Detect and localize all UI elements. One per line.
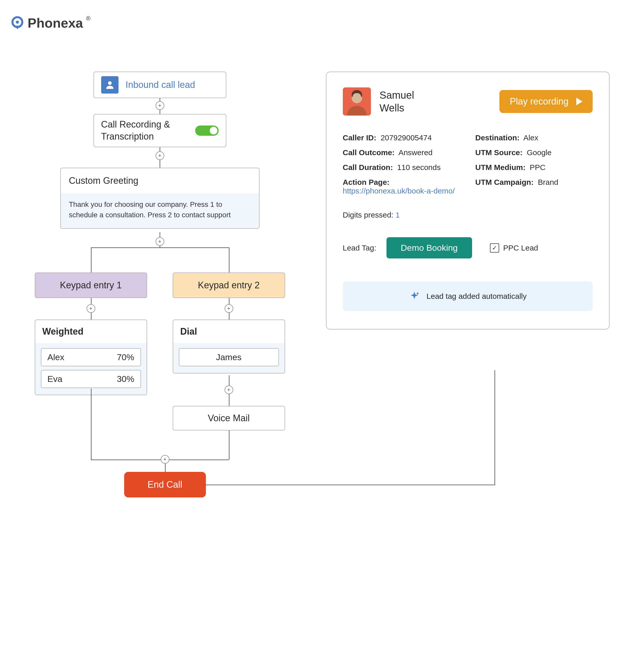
detail-utm-campaign: UTM Campaign: Brand [475, 178, 593, 187]
node-title: Dial [173, 320, 285, 343]
action-page-link[interactable]: https://phonexa.uk/book-a-demo/ [343, 187, 455, 195]
details-right-column: Destination: Alex UTM Source: Google UTM… [475, 134, 593, 195]
weighted-pct: 30% [117, 374, 134, 384]
add-step-icon[interactable]: + [156, 151, 164, 160]
weighted-body: Alex 70% Eva 30% [35, 343, 147, 395]
node-label: Voice Mail [208, 413, 249, 423]
logo: Phonexa ® [5, 15, 639, 31]
detail-call-duration: Call Duration: 110 seconds [343, 163, 460, 172]
detail-utm-medium: UTM Medium: PPC [475, 163, 593, 172]
connector [229, 248, 229, 273]
detail-caller-id: Caller ID: 207929005474 [343, 134, 460, 142]
toggle-on-icon[interactable] [195, 126, 219, 136]
auto-tag-banner: Lead tag added automatically [343, 281, 593, 311]
call-flow: Inbound call lead + Call Recording & Tra… [35, 72, 285, 506]
weighted-name: Eva [48, 374, 63, 384]
add-step-icon[interactable]: + [156, 101, 164, 110]
connector [91, 460, 229, 460]
node-keypad-entry-2[interactable]: Keypad entry 2 [173, 273, 285, 298]
dial-name: James [179, 348, 279, 366]
node-voice-mail[interactable]: Voice Mail [173, 406, 285, 430]
svg-point-2 [108, 81, 112, 85]
node-weighted[interactable]: Weighted Alex 70% Eva 30% [35, 319, 147, 395]
add-step-icon[interactable]: + [224, 304, 233, 313]
lead-name: Samuel Wells [379, 89, 414, 114]
node-keypad-entry-1[interactable]: Keypad entry 1 [35, 273, 147, 298]
node-dial[interactable]: Dial James [173, 319, 285, 374]
greeting-text: Thank you for choosing our company. Pres… [61, 193, 259, 228]
lead-tag-label: Lead Tag: [343, 244, 376, 252]
add-step-icon[interactable]: + [87, 304, 95, 313]
lead-detail-panel: Samuel Wells Play recording Caller ID: 2… [326, 72, 609, 329]
node-label: Inbound call lead [126, 79, 195, 90]
ppc-lead-checkbox[interactable]: ✓ PPC Lead [490, 243, 538, 253]
play-label: Play recording [510, 96, 568, 107]
weighted-name: Alex [48, 352, 64, 362]
node-title: Weighted [35, 320, 147, 343]
lead-name-first: Samuel [379, 89, 414, 101]
logo-icon [10, 16, 25, 30]
detail-destination: Destination: Alex [475, 134, 593, 142]
digits-pressed: Digits pressed: 1 [343, 211, 593, 219]
add-step-icon[interactable]: + [161, 455, 169, 464]
lead-details: Caller ID: 207929005474 Call Outcome: An… [343, 134, 593, 195]
ppc-lead-label: PPC Lead [503, 244, 538, 252]
connector [91, 248, 229, 248]
detail-utm-source: UTM Source: Google [475, 148, 593, 157]
logo-text: Phonexa [28, 15, 83, 31]
node-title: Custom Greeting [61, 168, 259, 193]
panel-header: Samuel Wells Play recording [343, 87, 593, 115]
auto-tag-text: Lead tag added automatically [427, 292, 527, 301]
node-call-recording[interactable]: Call Recording & Transcription [93, 114, 226, 147]
weighted-pct: 70% [117, 352, 134, 362]
avatar [343, 87, 371, 115]
add-step-icon[interactable]: + [224, 385, 233, 394]
connector [206, 485, 494, 485]
connector [91, 389, 91, 460]
node-label: Keypad entry 1 [60, 280, 121, 291]
weighted-row: Eva 30% [41, 370, 141, 388]
node-inbound-call-lead[interactable]: Inbound call lead [93, 72, 226, 98]
node-end-call[interactable]: End Call [124, 472, 206, 497]
weighted-row: Alex 70% [41, 348, 141, 366]
lead-tag-row: Lead Tag: Demo Booking ✓ PPC Lead [343, 237, 593, 258]
play-icon [576, 98, 582, 105]
person-icon [101, 76, 118, 93]
checkbox-checked-icon: ✓ [490, 243, 499, 253]
connector [91, 248, 91, 273]
sparkle-icon [409, 291, 420, 302]
details-left-column: Caller ID: 207929005474 Call Outcome: An… [343, 134, 460, 195]
node-label: End Call [147, 479, 182, 490]
lead-tag-badge[interactable]: Demo Booking [386, 237, 472, 258]
lead-identity: Samuel Wells [343, 87, 414, 115]
node-label: Keypad entry 2 [198, 280, 259, 291]
logo-reg: ® [86, 15, 91, 22]
lead-name-last: Wells [379, 101, 414, 114]
connector [229, 430, 229, 460]
play-recording-button[interactable]: Play recording [499, 90, 592, 113]
dial-body: James [173, 343, 285, 373]
node-label: Call Recording & Transcription [101, 118, 183, 143]
svg-point-1 [16, 21, 19, 24]
connector [494, 370, 495, 485]
detail-action-page: Action Page:https://phonexa.uk/book-a-de… [343, 178, 460, 195]
add-step-icon[interactable]: + [156, 237, 164, 246]
node-custom-greeting[interactable]: Custom Greeting Thank you for choosing o… [60, 168, 259, 229]
detail-call-outcome: Call Outcome: Answered [343, 148, 460, 157]
